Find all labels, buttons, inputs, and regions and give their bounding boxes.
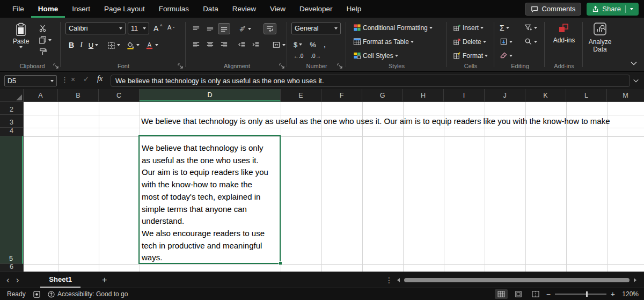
analyze-data-button[interactable]: Analyze Data: [585, 20, 615, 55]
tab-bar-menu-icon[interactable]: ⋮: [385, 276, 393, 284]
column-header-i[interactable]: I: [444, 89, 485, 101]
format-as-table-caret-icon[interactable]: [411, 41, 414, 43]
fill-button[interactable]: [497, 36, 515, 47]
horizontal-scrollbar[interactable]: [397, 276, 636, 284]
paste-button[interactable]: Paste: [9, 21, 33, 50]
clear-caret-icon[interactable]: [509, 55, 513, 57]
cancel-icon[interactable]: ×: [71, 75, 75, 84]
fill-color-caret-icon[interactable]: [136, 44, 140, 46]
insert-cells-button[interactable]: Insert: [451, 22, 486, 33]
copy-button[interactable]: [36, 34, 54, 46]
zoom-level[interactable]: 120%: [619, 290, 639, 298]
menu-formulas[interactable]: Formulas: [152, 0, 196, 18]
increase-font-button[interactable]: A^: [151, 23, 165, 34]
format-painter-button[interactable]: [36, 46, 49, 57]
find-select-caret-icon[interactable]: [534, 41, 537, 43]
menu-home[interactable]: Home: [31, 0, 65, 18]
enter-icon[interactable]: ✓: [83, 75, 89, 83]
column-header-m[interactable]: M: [607, 89, 644, 101]
sort-filter-button[interactable]: [522, 22, 539, 33]
column-header-k[interactable]: K: [525, 89, 566, 101]
column-header-h[interactable]: H: [403, 89, 444, 101]
sort-filter-caret-icon[interactable]: [534, 27, 537, 29]
scrollbar-thumb[interactable]: [404, 278, 630, 282]
page-layout-view-button[interactable]: [512, 289, 525, 299]
menu-help[interactable]: Help: [340, 0, 369, 18]
fill-caret-icon[interactable]: [509, 41, 513, 43]
scroll-left-icon[interactable]: [397, 278, 400, 282]
number-format-select[interactable]: General: [291, 23, 341, 34]
sheet-nav-right-icon[interactable]: ›: [16, 275, 26, 286]
comma-style-button[interactable]: ,: [321, 38, 328, 51]
column-header-d[interactable]: D: [140, 89, 281, 101]
delete-cells-button[interactable]: Delete: [451, 36, 488, 47]
sheet-nav-left-icon[interactable]: ‹: [0, 275, 16, 286]
cell-styles-caret-icon[interactable]: [395, 55, 398, 57]
merge-caret-icon[interactable]: [282, 44, 286, 46]
column-header-j[interactable]: J: [485, 89, 525, 101]
format-as-table-button[interactable]: Format as Table: [351, 36, 416, 47]
expand-formula-bar-icon[interactable]: [633, 79, 639, 83]
fill-color-button[interactable]: [124, 40, 142, 51]
share-button[interactable]: Share: [587, 3, 639, 16]
cell-styles-button[interactable]: Cell Styles: [351, 50, 400, 61]
menu-file[interactable]: File: [5, 0, 31, 18]
row-header-5[interactable]: 5: [0, 136, 23, 264]
cut-button[interactable]: [36, 23, 49, 34]
record-macro-icon[interactable]: [33, 291, 40, 298]
cell-d3-overflow-text[interactable]: We believe that technology is only as us…: [141, 115, 610, 128]
collapse-ribbon-icon[interactable]: [630, 61, 638, 66]
insert-function-icon[interactable]: fx: [97, 75, 103, 83]
font-size-select[interactable]: 11: [128, 23, 149, 34]
comments-button[interactable]: Comments: [525, 3, 581, 16]
underline-caret-icon[interactable]: [95, 44, 98, 46]
conditional-formatting-button[interactable]: Conditional Formatting: [351, 22, 435, 33]
menu-page-layout[interactable]: Page Layout: [97, 0, 152, 18]
decrease-indent-button[interactable]: [236, 39, 248, 50]
row-header-2[interactable]: 2: [0, 102, 23, 115]
copy-caret-icon[interactable]: [48, 39, 52, 41]
align-middle-button[interactable]: [204, 23, 216, 34]
align-right-button[interactable]: [218, 39, 230, 50]
italic-button[interactable]: I: [78, 39, 85, 51]
currency-button[interactable]: $: [291, 39, 304, 50]
wrap-text-button[interactable]: [264, 23, 276, 34]
menu-insert[interactable]: Insert: [65, 0, 97, 18]
autosum-caret-icon[interactable]: [506, 27, 509, 29]
format-caret-icon[interactable]: [485, 55, 488, 57]
row-header-3[interactable]: 3: [0, 115, 23, 128]
column-header-b[interactable]: B: [58, 89, 99, 101]
delete-caret-icon[interactable]: [483, 41, 486, 43]
merge-center-button[interactable]: [270, 39, 288, 50]
orientation-caret-icon[interactable]: [248, 28, 251, 30]
column-header-e[interactable]: E: [281, 89, 321, 101]
align-center-button[interactable]: [204, 39, 216, 50]
column-header-a[interactable]: A: [24, 89, 58, 101]
accessibility-status[interactable]: Accessibility: Good to go: [48, 290, 128, 298]
name-box[interactable]: D5: [4, 75, 57, 86]
font-color-button[interactable]: A: [143, 40, 160, 51]
zoom-slider[interactable]: [555, 294, 606, 295]
autosum-button[interactable]: Σ: [497, 22, 511, 34]
zoom-out-button[interactable]: −: [546, 290, 551, 298]
sheet-tab-sheet1[interactable]: Sheet1: [40, 272, 80, 288]
new-sheet-button[interactable]: +: [99, 275, 110, 285]
normal-view-button[interactable]: [495, 289, 508, 299]
scroll-right-icon[interactable]: [634, 278, 636, 282]
format-cells-button[interactable]: Format: [451, 50, 490, 61]
conditional-formatting-caret-icon[interactable]: [429, 27, 433, 29]
cell-d5-text[interactable]: We believe that technology is only as us…: [142, 142, 280, 264]
borders-caret-icon[interactable]: [117, 44, 120, 46]
addins-button[interactable]: Add-ins: [550, 21, 579, 46]
underline-button[interactable]: U: [86, 40, 100, 51]
find-select-button[interactable]: [522, 36, 539, 47]
clear-button[interactable]: [497, 50, 515, 61]
insert-caret-icon[interactable]: [480, 27, 484, 29]
row-header-6[interactable]: 6: [0, 264, 23, 272]
font-name-select[interactable]: Calibri: [65, 23, 126, 34]
menu-view[interactable]: View: [263, 0, 292, 18]
row-header-4[interactable]: 4: [0, 128, 23, 136]
align-bottom-button[interactable]: [218, 23, 230, 34]
decrease-decimal-button[interactable]: .0→: [309, 52, 323, 61]
share-caret-icon[interactable]: [630, 8, 633, 10]
